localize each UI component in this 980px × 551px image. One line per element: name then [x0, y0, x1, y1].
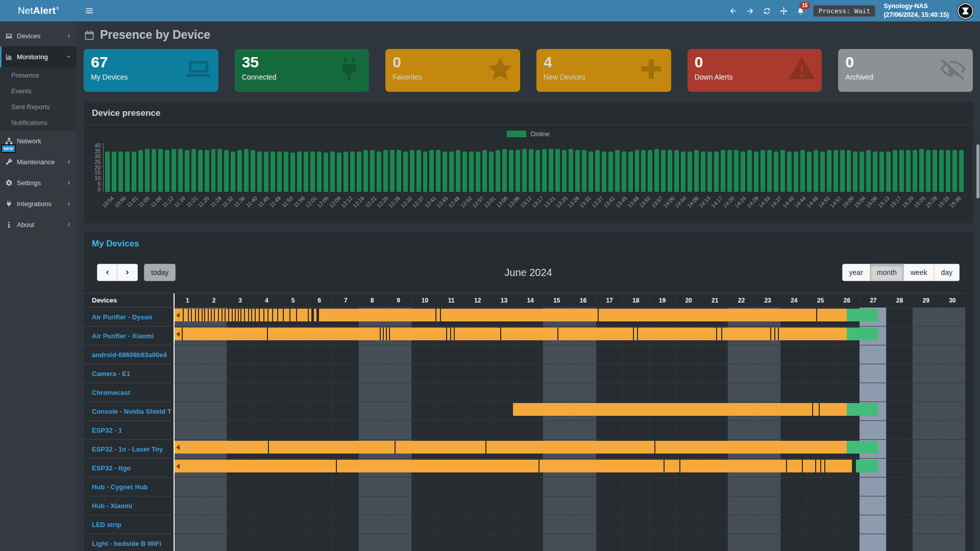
presence-bar-online[interactable] [175, 328, 847, 340]
nav-forward-button[interactable] [746, 7, 754, 15]
view-day-button[interactable]: day [934, 264, 960, 281]
topbar-actions: 15 Process: Wait Synology-NAS (27/06/202… [729, 2, 974, 19]
chart-bar [410, 150, 414, 192]
sidebar-item-integrations[interactable]: Integrations [0, 193, 77, 214]
presence-bar-now[interactable] [856, 460, 878, 472]
device-link-air-purifier-xiaomi[interactable]: Air Purifier - Xiaomi [84, 326, 174, 345]
sidebar-subitem-presence[interactable]: Presence [0, 67, 77, 83]
sidebar-subitem-events[interactable]: Events [0, 83, 77, 99]
stat-card-my-devices[interactable]: 67My Devices [84, 49, 218, 92]
device-link-esp32-ttgo[interactable]: ESP32 - ttgo [84, 458, 174, 477]
day-cell-12 [464, 383, 491, 402]
day-cell-18 [622, 496, 649, 515]
day-cell-15 [543, 345, 570, 364]
presence-bar-online[interactable] [175, 309, 847, 321]
sidebar-item-settings[interactable]: Settings [0, 172, 77, 193]
device-link-light-bedside-b-wifi[interactable]: Light - bedside B WiFi [84, 534, 174, 551]
day-cell-4 [253, 515, 280, 534]
device-link-console-nvidia-shield-t[interactable]: Console - Nvidia Shield T [84, 402, 174, 420]
day-header-21: 21 [701, 293, 728, 307]
day-cell-8 [359, 534, 385, 551]
day-cell-5 [280, 534, 306, 551]
device-link-esp32-1[interactable]: ESP32 - 1 [84, 420, 174, 439]
day-header-1: 1 [175, 293, 201, 307]
refresh-button[interactable] [763, 7, 771, 15]
chart-bar [741, 152, 745, 192]
presence-bar-online[interactable] [175, 460, 852, 472]
move-icon[interactable] [779, 7, 788, 15]
stat-card-favorites[interactable]: 0Favorites [385, 49, 520, 92]
device-link-air-purifier-dyson[interactable]: Air Purifier - Dyson [84, 307, 174, 326]
device-link-led-strip[interactable]: LED strip [84, 515, 174, 534]
prev-month-button[interactable] [97, 264, 117, 281]
page-scrollbar[interactable] [976, 144, 979, 198]
day-cell-18 [622, 478, 649, 496]
chart-bar [469, 152, 474, 192]
day-cell-5 [280, 345, 306, 364]
device-link-hub-cygnet-hub[interactable]: Hub - Cygnet Hub [84, 477, 174, 496]
chart-bar [172, 149, 176, 192]
device-link-camera-e1[interactable]: Camera - E1 [84, 364, 174, 383]
presence-bar-online[interactable] [513, 403, 846, 416]
sidebar-subitem-notifications[interactable]: Notifications [0, 115, 77, 131]
presence-gap [232, 309, 233, 321]
sidebar-item-devices[interactable]: Devices [0, 26, 77, 46]
next-month-button[interactable] [117, 264, 138, 281]
my-devices-panel: My Devices today June 2024 yearmonthweek… [84, 232, 973, 551]
view-year-button[interactable]: year [842, 264, 870, 281]
chart-bar [569, 149, 573, 192]
new-version-badge: NEW [1, 144, 16, 153]
day-cell-30 [939, 459, 965, 477]
day-cell-6 [306, 534, 332, 551]
sidebar-item-maintenance[interactable]: NEWMaintenance [0, 152, 77, 172]
sidebar-toggle-button[interactable] [85, 6, 94, 15]
presence-bar-now[interactable] [847, 403, 878, 416]
stat-card-archived[interactable]: 0Archived [838, 49, 973, 92]
user-avatar[interactable] [957, 3, 974, 19]
device-link-android-68608b93a00e4[interactable]: android-68608b93a00e4 [84, 345, 174, 364]
chart-bar [363, 150, 368, 192]
sidebar-item-monitoring[interactable]: Monitoring [0, 46, 77, 67]
brand-logo[interactable]: NetAlertx [0, 0, 77, 21]
day-cell-28 [886, 308, 913, 326]
chart-bar [899, 150, 904, 192]
process-status[interactable]: Process: Wait [813, 5, 875, 17]
view-month-button[interactable]: month [870, 264, 904, 281]
device-link-chromecast[interactable]: Chromecast [84, 383, 174, 402]
x-tick: 12:21 [367, 194, 379, 221]
sidebar-item-about[interactable]: About [0, 214, 77, 235]
day-cell-20 [675, 364, 702, 383]
day-cell-19 [649, 383, 675, 402]
view-week-button[interactable]: week [904, 264, 935, 281]
chart-bar [324, 153, 328, 192]
chart-bar [105, 152, 110, 192]
device-link-esp32-1n-laser-toy[interactable]: ESP32 - 1n - Laser Toy [84, 439, 174, 458]
presence-bar-now[interactable] [847, 328, 878, 340]
calendar-month-label: June 2024 [504, 267, 552, 279]
bar-chart-icon [5, 53, 13, 61]
device-link-hub-xiaomi[interactable]: Hub - Xiaomi [84, 496, 174, 515]
sidebar-subitem-sent-reports[interactable]: Sent Reports [0, 99, 77, 115]
stat-card-down-alerts[interactable]: 0Down Alerts [688, 49, 822, 92]
chevron-left-icon [66, 159, 71, 165]
chart-bar [224, 150, 229, 192]
notifications-bell[interactable]: 15 [796, 7, 805, 15]
day-cell-17 [596, 421, 623, 439]
day-cell-6 [306, 345, 332, 364]
presence-bar-online[interactable] [175, 441, 847, 454]
chart-bar [886, 152, 891, 192]
presence-bar-now[interactable] [847, 309, 878, 321]
today-button[interactable]: today [144, 264, 176, 281]
nav-back-button[interactable] [729, 7, 738, 15]
chart-bar [502, 149, 507, 192]
stat-card-connected[interactable]: 35Connected [235, 49, 370, 92]
presence-bar-now[interactable] [847, 441, 878, 454]
x-tick: 14:04 [677, 194, 689, 221]
day-cell-2 [201, 534, 227, 551]
x-tick: 12:28 [391, 194, 403, 221]
y-tick-label: 40 [94, 143, 101, 148]
chart-bar [489, 152, 494, 192]
chart-bar [714, 152, 719, 192]
stat-card-new-devices[interactable]: 4New Devices [536, 49, 671, 92]
day-cell-6 [306, 496, 332, 515]
